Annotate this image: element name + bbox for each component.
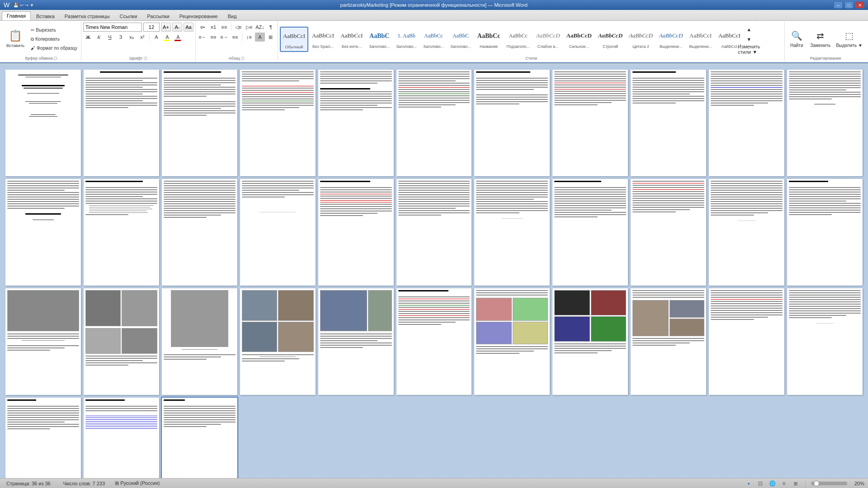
page-thumb-25[interactable] [162,288,237,395]
page-thumb-27[interactable] [318,288,394,395]
font-expand-icon[interactable]: ⬡ [144,56,147,61]
page-thumb-18[interactable] [474,179,550,286]
superscript-button[interactable]: x² [137,33,147,42]
page-thumb-35[interactable] [84,398,159,478]
page-thumb-32[interactable] [709,288,784,395]
style-heading4[interactable]: AaBbC Заголово... [448,27,474,52]
page-info[interactable]: Страница: 36 из 36 [4,480,53,487]
page-thumb-29[interactable] [474,288,550,395]
borders-button[interactable]: ⊞ [266,33,276,42]
style-normal[interactable]: AaBbCcI Обычный [280,27,308,52]
page-thumb-10[interactable] [709,70,784,176]
italic-button[interactable]: К [94,33,104,42]
sort-button[interactable]: AZ↓ [255,23,265,32]
page-thumb-5[interactable] [318,70,394,176]
page-thumb-24[interactable] [84,288,159,395]
page-thumb-36[interactable] [162,398,237,478]
page-thumb-6[interactable] [396,70,472,176]
view-full-screen[interactable]: ⊡ [756,479,764,488]
style-quote2[interactable]: AaBbCcD Цитата 2 [626,27,656,52]
paragraph-expand-icon[interactable]: ⬡ [241,56,245,61]
close-button[interactable]: ✕ [855,1,864,9]
justify-button[interactable]: ≡≡ [230,33,240,42]
page-thumb-4[interactable] [240,70,316,176]
tab-references[interactable]: Ссылки [115,12,142,20]
clear-format-button[interactable]: Aa [184,23,193,32]
page-thumb-17[interactable] [396,179,472,286]
style-heading3[interactable]: AaBbCc Заголово... [420,27,447,52]
tab-view[interactable]: Вид [223,12,241,20]
subscript-button[interactable]: x₂ [127,33,137,42]
style-no-indent[interactable]: AaBbCcI Без инте... [338,27,365,52]
page-thumb-16[interactable] [318,179,394,286]
font-name-input[interactable]: Times New Roman [83,23,142,32]
page-thumb-22[interactable] [787,179,863,286]
increase-indent-button[interactable]: ▷≡ [244,23,254,32]
minimize-button[interactable]: – [834,1,843,9]
page-thumb-26[interactable] [240,288,316,395]
select-button[interactable]: ⬚ Выделить ▼ [834,27,864,52]
font-grow-button[interactable]: A+ [161,23,171,32]
tab-insert[interactable]: Вставка [32,12,59,20]
view-web-layout[interactable]: 🌐 [768,479,776,488]
page-thumb-33[interactable] [787,288,863,395]
page-thumb-9[interactable] [631,70,706,176]
page-thumb-28[interactable] [396,288,472,395]
page-thumb-13[interactable] [84,179,159,286]
strikethrough-button[interactable]: З [116,33,126,42]
text-highlight-button[interactable]: A [162,33,172,42]
page-thumb-8[interactable] [552,70,628,176]
clipboard-expand-icon[interactable]: ⬡ [54,56,57,61]
align-center-button[interactable]: ≡≡ [208,33,218,42]
numbering-button[interactable]: ≡1 [208,23,218,32]
style-subtitle[interactable]: AaBbCc Подзаголо... [504,27,532,52]
page-thumb-7[interactable] [474,70,550,176]
copy-button[interactable]: ⧉ Копировать [29,35,79,43]
decrease-indent-button[interactable]: ◁≡ [233,23,243,32]
style-heading2[interactable]: 1. AaBb Заголово... [393,27,420,52]
page-thumb-14[interactable] [162,179,237,286]
paste-button[interactable]: 📋 Вставить [4,24,27,54]
replace-button[interactable]: ⇄ Заменить [808,27,832,52]
zoom-slider[interactable] [811,482,847,485]
text-effect-button[interactable]: A [151,33,161,42]
page-thumb-31[interactable] [631,288,706,395]
window-controls[interactable]: – □ ✕ [834,1,864,9]
style-title[interactable]: AaBbCc Название [475,27,503,52]
font-color-button[interactable]: A [173,33,183,42]
find-button[interactable]: 🔍 Найти [787,27,807,52]
bullets-button[interactable]: ≡• [198,23,208,32]
style-heading1[interactable]: AaBbC Заголово... [366,27,392,52]
page-thumb-15[interactable] [240,179,316,286]
page-thumb-11[interactable] [787,70,863,176]
style-subtle-emphasis[interactable]: AaBbCcD Слабое в... [533,27,563,52]
change-styles-button[interactable]: Изменить стили ▼ [744,45,754,54]
format-painter-button[interactable]: 🖌 Формат по образцу [29,44,79,52]
page-thumb-34[interactable] [5,398,81,478]
styles-scroll-up[interactable]: ▲ [744,25,754,34]
page-thumb-2[interactable] [84,70,159,176]
style-strong-emphasis[interactable]: AaBbCcD Сильное... [564,27,594,52]
cut-button[interactable]: ✂ Вырезать [29,26,79,34]
page-thumb-21[interactable] [709,179,784,286]
style-strict[interactable]: AaBbCcD Строгий [595,27,625,52]
style-highlight1[interactable]: AaBbCcD Выделени... [656,27,686,52]
page-thumb-3[interactable] [162,70,237,176]
font-shrink-button[interactable]: A- [172,23,182,32]
tab-review[interactable]: Рецензирование [175,12,222,20]
page-thumb-30[interactable] [552,288,628,395]
style-no-spacing[interactable]: AaBbCcI Без Spaci... [309,27,337,52]
style-highlight2[interactable]: AaBbCcI Выделени... [687,27,715,52]
shading-button[interactable]: A [255,33,265,42]
tab-page-layout[interactable]: Разметка страницы [60,12,114,20]
page-thumb-19[interactable] [552,179,628,286]
tab-home[interactable]: Главная [2,11,31,20]
page-thumb-1[interactable] [5,70,81,176]
view-outline[interactable]: ≡ [780,479,788,488]
page-thumb-12[interactable] [5,179,81,286]
line-spacing-button[interactable]: ↕≡ [244,33,254,42]
show-formatting-button[interactable]: ¶ [266,23,276,32]
underline-button[interactable]: Ч [105,33,115,42]
maximize-button[interactable]: □ [844,1,854,9]
tab-mailings[interactable]: Рассылки [142,12,174,20]
